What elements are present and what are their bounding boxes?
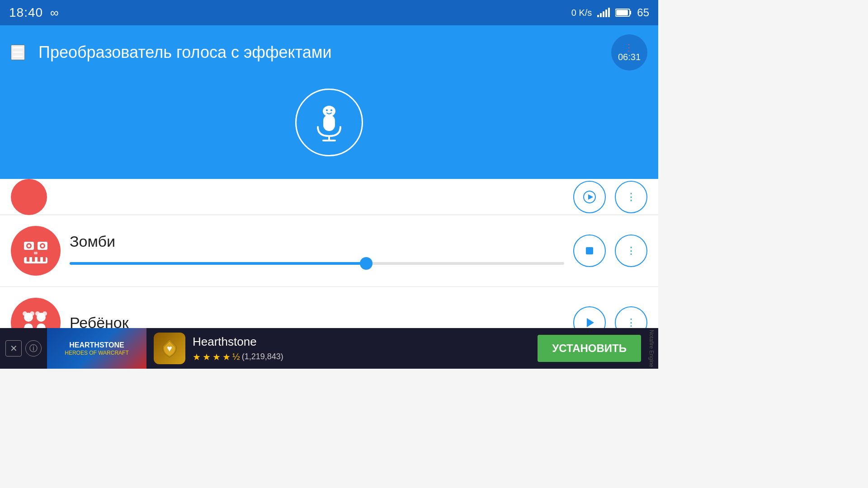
star-3: ★ <box>212 352 221 362</box>
ad-banner: ✕ ⓘ HEARTHSTONE HEROES OF WARCRAFT ♥ Hea… <box>0 328 658 369</box>
partial-item-icon <box>11 179 47 215</box>
svg-rect-23 <box>43 257 46 262</box>
signal-bar-4 <box>605 9 607 17</box>
ad-image: HEARTHSTONE HEROES OF WARCRAFT <box>47 328 146 369</box>
ad-image-content: HEARTHSTONE HEROES OF WARCRAFT <box>65 341 129 356</box>
battery-icon <box>615 8 632 17</box>
ad-info-button[interactable]: ⓘ <box>25 340 42 357</box>
status-time: 18:40 <box>9 5 43 20</box>
zombie-item-controls: ⋮ <box>573 235 647 267</box>
status-infinity: ∞ <box>50 6 59 20</box>
zombie-progress-fill <box>70 262 366 265</box>
svg-point-16 <box>28 244 30 247</box>
ad-stars: ★ ★ ★ ★ ½ (1,219,843) <box>193 352 538 362</box>
mic-button[interactable] <box>295 89 363 156</box>
mic-icon <box>309 102 349 143</box>
ad-close-info: ✕ ⓘ <box>0 340 47 357</box>
ad-install-button[interactable]: УСТАНОВИТЬ <box>538 335 641 362</box>
svg-rect-21 <box>32 257 35 262</box>
zombie-more-icon: ⋮ <box>626 246 637 256</box>
svg-text:♥: ♥ <box>167 343 172 353</box>
zombie-list-item: Зомби ⋮ <box>0 215 658 287</box>
partial-play-button[interactable] <box>573 181 606 213</box>
svg-rect-18 <box>34 252 38 254</box>
svg-point-30 <box>35 311 40 316</box>
svg-marker-32 <box>587 318 594 327</box>
app-title: Преобразователь голоса с эффектами <box>38 43 611 62</box>
ad-game-name: Hearthstone <box>193 335 538 349</box>
svg-rect-2 <box>616 10 628 15</box>
svg-rect-6 <box>323 115 335 131</box>
signal-bars <box>597 8 610 17</box>
signal-bar-5 <box>608 8 610 17</box>
svg-point-29 <box>30 311 34 316</box>
svg-rect-20 <box>27 257 29 262</box>
timer-dots-icon: ⋮ <box>624 43 634 52</box>
svg-rect-22 <box>38 257 40 262</box>
zombie-item-content: Зомби <box>70 233 564 269</box>
stop-icon <box>581 243 598 259</box>
ad-text-area: Hearthstone ★ ★ ★ ★ ½ (1,219,843) <box>193 335 538 362</box>
hearthstone-icon: ♥ <box>158 337 181 360</box>
battery-svg <box>615 8 632 17</box>
zombie-progress-thumb[interactable] <box>360 257 373 270</box>
signal-bar-1 <box>597 15 599 17</box>
partial-more-button[interactable]: ⋮ <box>615 181 647 213</box>
svg-rect-1 <box>630 11 631 14</box>
partial-item-controls: ⋮ <box>573 181 647 213</box>
app-header: ☰ Преобразователь голоса с эффектами ⋮ 0… <box>0 25 658 84</box>
zombie-icon <box>11 226 61 276</box>
ad-engine-label: Notafire Engine <box>648 330 655 367</box>
ad-reviews: (1,219,843) <box>242 352 283 361</box>
svg-point-17 <box>41 244 44 247</box>
partial-list-item: ⋮ <box>0 179 658 215</box>
status-bar: 18:40 ∞ 0 K/s 65 <box>0 0 658 25</box>
hamburger-button[interactable]: ☰ <box>11 45 25 60</box>
ad-game-icon: ♥ <box>154 333 185 364</box>
svg-point-31 <box>42 311 47 316</box>
svg-point-4 <box>326 109 328 111</box>
ad-close-button[interactable]: ✕ <box>5 340 22 357</box>
status-data-speed: 0 K/s <box>571 8 592 18</box>
child-more-icon: ⋮ <box>626 318 637 328</box>
svg-point-28 <box>23 311 27 316</box>
svg-point-5 <box>330 109 332 111</box>
signal-bar-3 <box>603 11 604 17</box>
status-bar-right: 0 K/s 65 <box>571 6 649 19</box>
mic-area <box>0 84 658 179</box>
play-icon <box>583 191 596 203</box>
star-2: ★ <box>203 352 211 362</box>
status-bar-left: 18:40 ∞ <box>9 5 59 20</box>
signal-bar-2 <box>600 13 602 17</box>
zombie-stop-button[interactable] <box>573 235 606 267</box>
zombie-more-button[interactable]: ⋮ <box>615 235 647 267</box>
zombie-progress-area[interactable] <box>70 258 564 269</box>
zombie-face-icon <box>18 233 54 269</box>
svg-rect-24 <box>586 247 593 254</box>
zombie-progress-bar[interactable] <box>70 262 564 265</box>
timer-badge[interactable]: ⋮ 06:31 <box>611 34 647 70</box>
star-4: ★ <box>222 352 231 362</box>
timer-time: 06:31 <box>618 52 641 62</box>
svg-marker-10 <box>588 194 593 200</box>
star-half: ½ <box>232 352 240 362</box>
partial-more-icon: ⋮ <box>626 192 637 202</box>
star-1: ★ <box>193 352 201 362</box>
zombie-item-title: Зомби <box>70 233 564 250</box>
battery-percent: 65 <box>637 6 649 19</box>
